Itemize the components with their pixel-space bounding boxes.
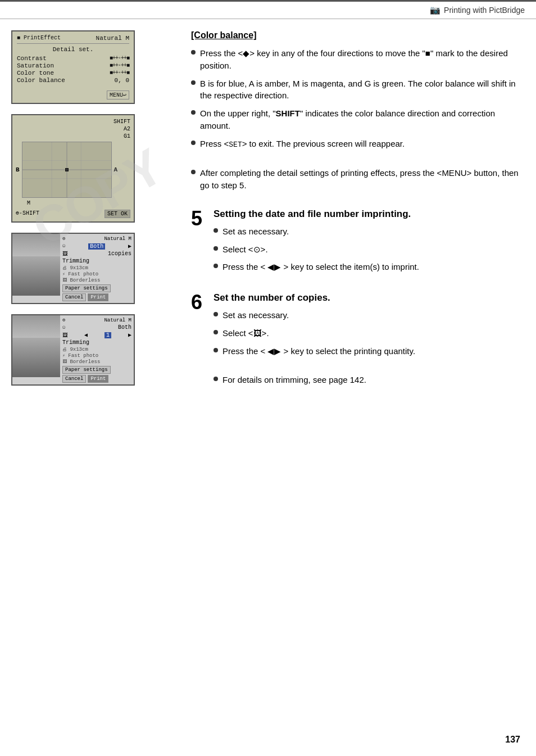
- step6-note: For details on trimming, see page 142.: [214, 374, 523, 386]
- ps2-print-btn: Print: [88, 375, 108, 383]
- color-balance-note: After completing the detail settings of …: [191, 167, 523, 192]
- lcd-detail-set: ■ PrintEffect Natural M Detail set. Cont…: [11, 30, 135, 104]
- main-content: ■ PrintEffect Natural M Detail set. Cont…: [0, 19, 536, 417]
- ps-right-1: ⊙ Natural M ☺ Both ▶ 🖼 1copies Trimming …: [60, 234, 134, 303]
- left-column: ■ PrintEffect Natural M Detail set. Cont…: [11, 30, 180, 405]
- lcd-print-effect: ■ PrintEffect: [17, 35, 61, 42]
- cb-bullet-1: Press the <◆> key in any of the four dir…: [191, 47, 523, 72]
- step6-bullet-2: Select <🖼>.: [214, 327, 523, 339]
- bullet-dot: [214, 330, 218, 334]
- bullet-dot: [214, 246, 218, 251]
- shift-label-top: SHIFT: [113, 119, 130, 125]
- ps2-cancel-btn: Cancel: [62, 375, 86, 383]
- cb-note-text: After completing the detail settings of …: [200, 167, 523, 192]
- cb-label-m: M: [27, 200, 30, 206]
- bullet-dot: [191, 110, 196, 115]
- step-5-content: Setting the date and file number imprint…: [214, 209, 523, 281]
- ps1-cancel-btn: Cancel: [62, 293, 86, 301]
- bullet-dot: [214, 228, 218, 233]
- cb-note-1: After completing the detail settings of …: [191, 167, 523, 192]
- lcd-natural-m: Natural M: [96, 35, 129, 42]
- camera-icon: 📷: [430, 5, 440, 15]
- step5-bullet-2: Select <⊙>.: [214, 243, 523, 256]
- step-6-section: 6 Set the number of copies. Set as neces…: [191, 292, 523, 394]
- lcd-menu-btn: MENU↩: [107, 90, 129, 99]
- bullet-dot: [191, 170, 196, 174]
- cb-grid: [22, 142, 112, 198]
- step5-bullet-1: Set as necessary.: [214, 225, 523, 238]
- bullet-dot: [191, 141, 196, 145]
- bullet-dot: [214, 377, 218, 381]
- cb-bullet-3: On the upper right, "SHIFT" indicates th…: [191, 107, 523, 132]
- lcd-row-contrast: Contrast ■++◦++■: [17, 55, 129, 62]
- bullet-dot: [214, 348, 218, 352]
- ps-photo-1: [12, 234, 60, 296]
- color-balance-bullets: Press the <◆> key in any of the four dir…: [191, 47, 523, 150]
- step6-bullet-3: Press the < ◀▶ > key to select the print…: [214, 345, 523, 357]
- ps1-print-btn: Print: [88, 293, 108, 301]
- step-5-section: 5 Setting the date and file number impri…: [191, 209, 523, 281]
- step-5-number: 5: [191, 209, 208, 281]
- bullet-dot: [191, 50, 196, 55]
- right-column: [Color balance] Press the <◆> key in any…: [180, 30, 536, 405]
- bullet-dot: [214, 312, 218, 316]
- a2-label: A2: [124, 126, 130, 132]
- cb-bullet-4: Press <SET> to exit. The previous screen…: [191, 138, 523, 151]
- cb-dot: [65, 168, 69, 171]
- lcd-row-color-balance: Color balance 0, 0: [17, 77, 129, 84]
- print-screen-1: ⊙ Natural M ☺ Both ▶ 🖼 1copies Trimming …: [11, 233, 135, 304]
- ps2-paper-btn: Paper settings: [62, 366, 111, 374]
- step-6-number: 6: [191, 292, 208, 394]
- cb-bullet-2: B is for blue, A is amber, M is magenta,…: [191, 78, 523, 102]
- ps1-paper-btn: Paper settings: [62, 284, 111, 292]
- step6-note-text: For details on trimming, see page 142.: [222, 374, 366, 386]
- print-screen-2: ⊙ Natural M ☺ Both 🖼 ◀ 1 ▶ Trimming �: [11, 314, 135, 386]
- color-balance-heading: [Color balance]: [191, 30, 523, 40]
- step-6-content: Set the number of copies. Set as necessa…: [214, 292, 523, 394]
- ps-right-2: ⊙ Natural M ☺ Both 🖼 ◀ 1 ▶ Trimming �: [60, 315, 134, 384]
- cb-set-btn: SET OK: [105, 210, 130, 218]
- lcd-row-saturation: Saturation ■++◦++■: [17, 62, 129, 69]
- lcd-row-color-tone: Color tone ■++◦++■: [17, 70, 129, 76]
- cb-shift-bottom: ⊕·SHIFT: [16, 210, 39, 218]
- cb-label-a: A: [114, 166, 118, 173]
- ps-photo-2: [12, 315, 60, 377]
- page-number: 137: [505, 735, 520, 745]
- bullet-dot: [214, 264, 218, 268]
- header-title: Printing with PictBridge: [444, 6, 525, 15]
- step-5-bullets: Set as necessary. Select <⊙>. Press the …: [214, 225, 523, 273]
- header-bar: 📷 Printing with PictBridge: [0, 0, 536, 19]
- step-6-bullets: Set as necessary. Select <🖼>. Press the …: [214, 309, 523, 357]
- step6-note-item: For details on trimming, see page 142.: [214, 374, 523, 386]
- ps2-copies: 1: [105, 332, 111, 338]
- step6-bullet-1: Set as necessary.: [214, 309, 523, 322]
- bullet-dot: [191, 80, 196, 85]
- step-6-title: Set the number of copies.: [214, 292, 523, 304]
- ps1-both: Both: [88, 243, 105, 250]
- color-balance-grid: SHIFT A2 G1 B: [11, 114, 135, 223]
- step-5-title: Setting the date and file number imprint…: [214, 209, 523, 220]
- lcd-title: Detail set.: [17, 46, 129, 53]
- g1-label: G1: [124, 133, 130, 139]
- cb-label-b: B: [16, 166, 20, 173]
- step5-bullet-3: Press the < ◀▶ > key to select the item(…: [214, 261, 523, 273]
